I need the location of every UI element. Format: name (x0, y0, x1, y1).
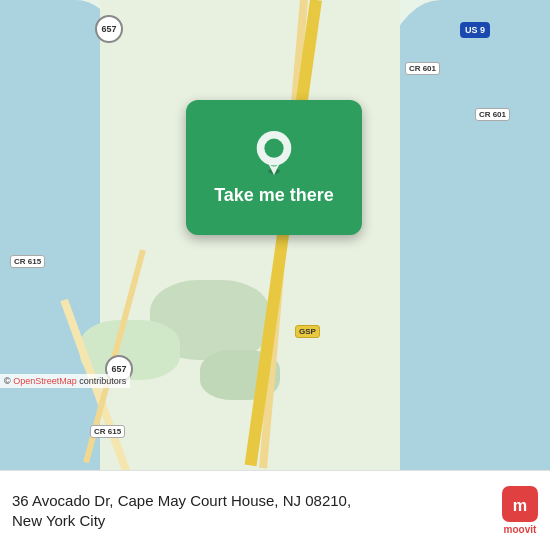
road-label-cr615-left: CR 615 (10, 255, 45, 268)
moovit-label: moovit (504, 524, 537, 535)
attribution-suffix: contributors (77, 376, 127, 386)
road-label-cr615-bottom: CR 615 (90, 425, 125, 438)
openstreetmap-link[interactable]: OpenStreetMap (13, 376, 77, 386)
svg-text:m: m (513, 496, 527, 514)
attribution-text: © (4, 376, 13, 386)
attribution: © OpenStreetMap contributors (0, 374, 130, 388)
road-label-gsp-2: GSP (295, 325, 320, 338)
address-line2: New York City (12, 511, 492, 531)
map-container: 657 US 9 CR 601 CR 601 CR 615 GSP GSP 65… (0, 0, 550, 470)
info-bar: 36 Avocado Dr, Cape May Court House, NJ … (0, 470, 550, 550)
moovit-logo-icon: m (502, 486, 538, 522)
road-label-cr601-2: CR 601 (475, 108, 510, 121)
road-label-cr601-1: CR 601 (405, 62, 440, 75)
location-pin-icon (254, 129, 294, 177)
take-me-there-button[interactable]: Take me there (186, 100, 362, 235)
address-line1: 36 Avocado Dr, Cape May Court House, NJ … (12, 491, 492, 511)
road-label-us9: US 9 (460, 22, 490, 38)
road-label-657-top: 657 (95, 15, 123, 43)
take-me-there-label: Take me there (214, 185, 334, 206)
svg-point-1 (264, 139, 283, 158)
moovit-logo[interactable]: m moovit (502, 486, 538, 535)
address-container: 36 Avocado Dr, Cape May Court House, NJ … (12, 491, 492, 530)
